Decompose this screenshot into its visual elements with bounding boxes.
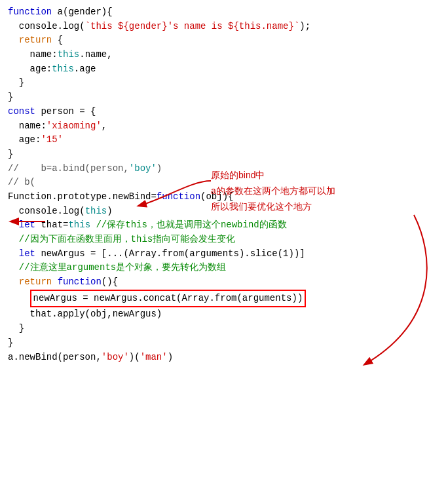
- code-line-17: //因为下面在函数里面用，this指向可能会发生变化: [8, 233, 440, 247]
- code-line-24: }: [8, 336, 440, 351]
- code-block: function a(gender){ console.log(`this ${…: [8, 5, 440, 364]
- code-line-5: age:this.age: [8, 62, 440, 77]
- annotation-line-1: 原始的bind中: [211, 170, 265, 180]
- code-line-9: name:'xiaoming',: [8, 119, 440, 134]
- code-line-23: }: [8, 322, 440, 336]
- code-line-7: }: [8, 90, 440, 105]
- code-line-22: that.apply(obj,newArgus): [8, 307, 440, 322]
- code-line-4: name:this.name,: [8, 48, 440, 62]
- annotation-line-2: a的参数在这两个地方都可以加: [211, 185, 335, 196]
- code-line-3: return {: [8, 33, 440, 48]
- code-line-18: let newArgus = [...(Array.from(arguments…: [8, 247, 440, 261]
- annotation-text: 原始的bind中 a的参数在这两个地方都可以加 所以我们要优化这个地方: [211, 168, 335, 214]
- code-line-2: console.log(`this ${gender}'s name is ${…: [8, 20, 440, 34]
- code-line-6: }: [8, 76, 440, 90]
- code-line-11: }: [8, 147, 440, 162]
- code-line-1: function a(gender){: [8, 5, 440, 20]
- code-line-19: //注意这里arguments是个对象，要先转化为数组: [8, 261, 440, 275]
- annotation-line-3: 所以我们要优化这个地方: [211, 201, 312, 212]
- code-line-25: a.newBind(person,'boy')('man'): [8, 351, 440, 365]
- code-line-10: age:'15': [8, 133, 440, 147]
- code-line-21: newArgus = newArgus.concat(Array.from(ar…: [8, 290, 440, 308]
- code-line-16: let that=this //保存this，也就是调用这个newbind的函数: [8, 218, 440, 233]
- code-line-20: return function(){: [8, 275, 440, 290]
- code-line-8: const person = {: [8, 105, 440, 119]
- highlighted-expression: newArgus = newArgus.concat(Array.from(ar…: [30, 290, 307, 308]
